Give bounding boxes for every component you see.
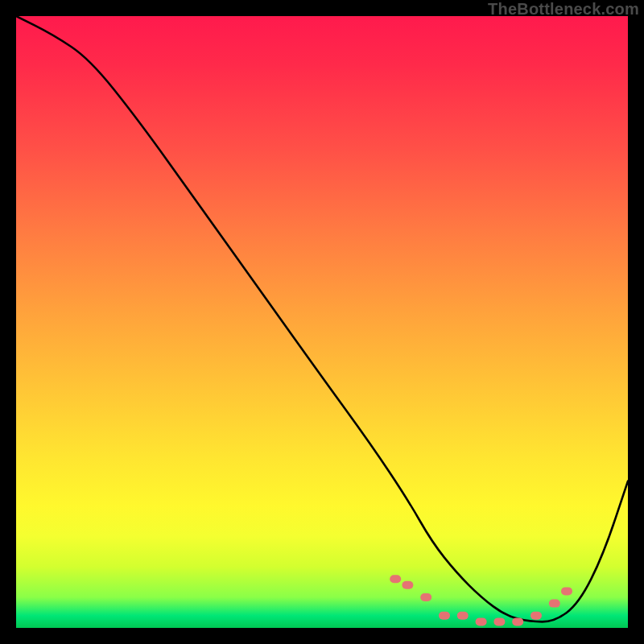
highlight-dot	[561, 587, 572, 595]
plot-area	[16, 16, 628, 628]
highlight-dot	[476, 617, 487, 625]
highlight-dot	[549, 600, 560, 608]
highlight-dot	[390, 575, 401, 583]
highlight-dot	[439, 612, 450, 620]
highlight-dot	[420, 593, 431, 601]
highlight-dot	[402, 581, 413, 589]
highlight-dot	[493, 617, 505, 625]
chart-frame: TheBottleneck.com	[0, 0, 644, 644]
highlight-dots	[390, 575, 572, 625]
highlight-dot	[512, 617, 523, 625]
highlight-dot	[530, 612, 542, 620]
highlight-dot	[457, 612, 469, 620]
bottleneck-curve	[16, 16, 628, 621]
chart-svg	[16, 16, 628, 628]
